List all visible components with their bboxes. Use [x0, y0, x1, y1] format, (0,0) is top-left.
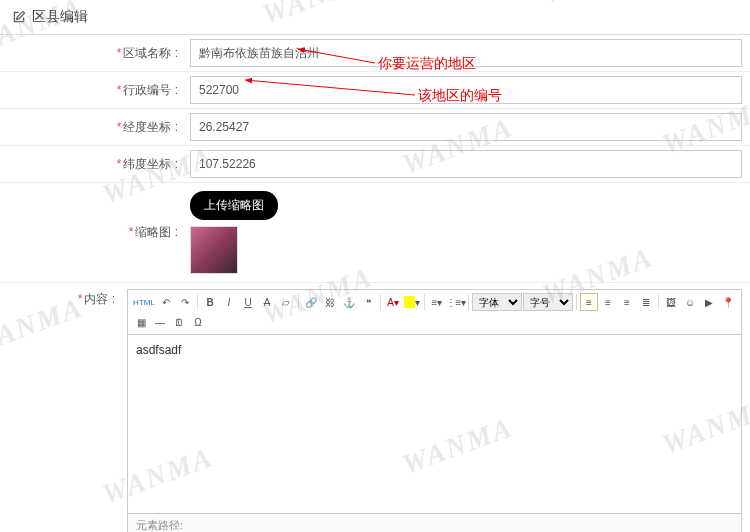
- label-longitude: *经度坐标 :: [0, 119, 190, 136]
- toolbar-align-right-button[interactable]: ≡: [618, 293, 636, 311]
- toolbar-separator: [468, 294, 469, 310]
- toolbar-separator: [380, 294, 381, 310]
- label-thumbnail: *缩略图 :: [0, 224, 190, 241]
- editor-toolbar: HTML ↶ ↷ B I U A ▱ 🔗 ⛓ ⚓ ❝ A▾ ▾: [127, 289, 742, 334]
- toolbar-ol-button[interactable]: ≡▾: [428, 293, 446, 311]
- toolbar-underline-button[interactable]: U: [239, 293, 257, 311]
- toolbar-hr-button[interactable]: —: [151, 313, 169, 331]
- toolbar-align-left-button[interactable]: ≡: [580, 293, 598, 311]
- editor-path: 元素路径:: [127, 514, 742, 532]
- toolbar-separator: [576, 294, 577, 310]
- toolbar-table-button[interactable]: ▦: [132, 313, 150, 331]
- field-admin-code: *行政编号 :: [0, 72, 750, 109]
- toolbar-map-button[interactable]: 📍: [719, 293, 737, 311]
- toolbar-date-button[interactable]: 🗓: [170, 313, 188, 331]
- toolbar-link-button[interactable]: 🔗: [302, 293, 320, 311]
- toolbar-align-center-button[interactable]: ≡: [599, 293, 617, 311]
- toolbar-html-button[interactable]: HTML: [132, 293, 156, 311]
- toolbar-bold-button[interactable]: B: [201, 293, 219, 311]
- field-latitude: *纬度坐标 :: [0, 146, 750, 183]
- toolbar-forecolor-button[interactable]: A▾: [384, 293, 402, 311]
- toolbar-separator: [658, 294, 659, 310]
- label-content: *内容 :: [0, 283, 127, 308]
- upload-thumbnail-button[interactable]: 上传缩略图: [190, 191, 278, 220]
- toolbar-backcolor-button[interactable]: ▾: [403, 293, 421, 311]
- thumbnail-preview[interactable]: [190, 226, 238, 274]
- field-thumbnail: *缩略图 : 上传缩略图: [0, 183, 750, 283]
- toolbar-separator: [298, 294, 299, 310]
- input-latitude[interactable]: [190, 150, 742, 178]
- toolbar-anchor-button[interactable]: ⚓: [340, 293, 358, 311]
- field-longitude: *经度坐标 :: [0, 109, 750, 146]
- toolbar-emoji-button[interactable]: ☺: [681, 293, 699, 311]
- toolbar-align-justify-button[interactable]: ≣: [637, 293, 655, 311]
- toolbar-redo-button[interactable]: ↷: [176, 293, 194, 311]
- input-longitude[interactable]: [190, 113, 742, 141]
- field-region-name: *区域名称 :: [0, 35, 750, 72]
- page-header: 区县编辑: [0, 0, 750, 35]
- toolbar-eraser-button[interactable]: ▱: [277, 293, 295, 311]
- label-region-name: *区域名称 :: [0, 45, 190, 62]
- edit-icon: [12, 10, 26, 24]
- toolbar-font-family-select[interactable]: 字体: [472, 293, 522, 311]
- editor-body[interactable]: asdfsadf: [127, 334, 742, 514]
- toolbar-special-button[interactable]: Ω: [189, 313, 207, 331]
- label-admin-code: *行政编号 :: [0, 82, 190, 99]
- toolbar-video-button[interactable]: ▶: [700, 293, 718, 311]
- toolbar-strike-button[interactable]: A: [258, 293, 276, 311]
- toolbar-font-size-select[interactable]: 字号: [523, 293, 573, 311]
- toolbar-separator: [424, 294, 425, 310]
- page-title: 区县编辑: [32, 8, 88, 26]
- toolbar-ul-button[interactable]: ⋮≡▾: [447, 293, 465, 311]
- toolbar-italic-button[interactable]: I: [220, 293, 238, 311]
- field-content: *内容 : HTML ↶ ↷ B I U A ▱ 🔗 ⛓ ⚓ ❝: [0, 283, 750, 532]
- toolbar-undo-button[interactable]: ↶: [157, 293, 175, 311]
- label-latitude: *纬度坐标 :: [0, 156, 190, 173]
- toolbar-image-button[interactable]: 🖼: [662, 293, 680, 311]
- form-area: *区域名称 : *行政编号 : *经度坐标 : *纬度坐标 : *缩略图 : 上…: [0, 35, 750, 532]
- toolbar-quote-button[interactable]: ❝: [359, 293, 377, 311]
- annotation-region: 你要运营的地区: [378, 55, 476, 73]
- annotation-code: 该地区的编号: [418, 87, 502, 105]
- toolbar-unlink-button[interactable]: ⛓: [321, 293, 339, 311]
- toolbar-separator: [197, 294, 198, 310]
